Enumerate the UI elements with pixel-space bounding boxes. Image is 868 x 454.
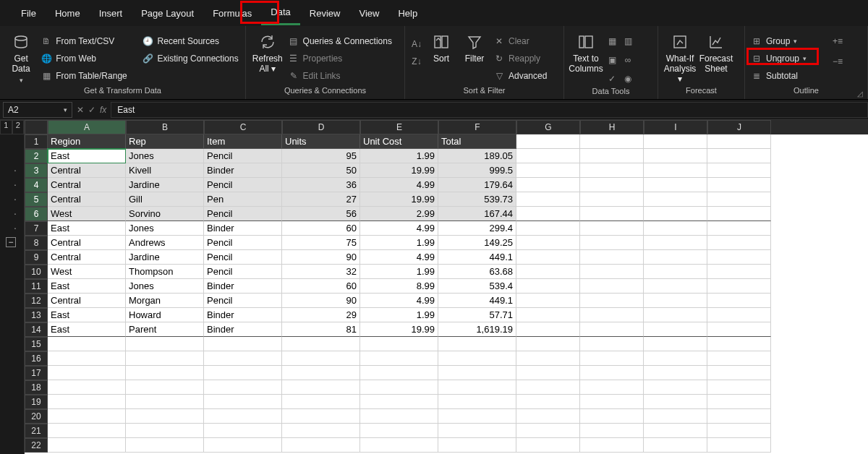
edit-links[interactable]: ✎Edit Links [288, 68, 399, 84]
cell[interactable] [516, 236, 580, 250]
cell[interactable] [282, 409, 360, 424]
cell[interactable] [580, 265, 644, 279]
cell[interactable] [707, 395, 771, 409]
cell[interactable] [360, 366, 438, 380]
cell[interactable] [48, 424, 126, 438]
cell[interactable] [516, 351, 580, 366]
col-header-F[interactable]: F [438, 120, 516, 134]
dialog-launcher-icon[interactable]: ◿ [857, 90, 863, 98]
cell[interactable]: 1,619.19 [438, 322, 516, 337]
cell[interactable] [204, 351, 282, 366]
cell[interactable] [580, 236, 644, 250]
cell[interactable] [644, 351, 707, 366]
cell[interactable] [516, 337, 580, 351]
cell[interactable]: Pencil [204, 265, 282, 279]
subtotal[interactable]: ≣Subtotal [751, 68, 823, 84]
cell[interactable]: 189.05 [438, 149, 516, 163]
cell[interactable]: Sorvino [126, 207, 204, 221]
cell[interactable]: 63.68 [438, 265, 516, 279]
cell[interactable]: Rep [126, 134, 204, 149]
cell[interactable]: 60 [282, 221, 360, 236]
cell[interactable] [707, 149, 771, 163]
col-header-D[interactable]: D [282, 120, 360, 134]
cell[interactable] [516, 409, 580, 424]
cell[interactable]: 36 [282, 178, 360, 192]
cell[interactable]: 19.99 [360, 322, 438, 337]
cell[interactable] [48, 380, 126, 395]
cell[interactable] [707, 236, 771, 250]
cell[interactable] [204, 409, 282, 424]
cell[interactable] [360, 438, 438, 453]
data-model[interactable]: ◉ [622, 71, 634, 87]
col-header-A[interactable]: A [48, 120, 126, 134]
consolidate[interactable]: ▥ [622, 33, 634, 49]
cell[interactable] [580, 409, 644, 424]
cell[interactable] [644, 322, 707, 337]
cell[interactable] [644, 250, 707, 265]
row-header[interactable]: 10 [25, 265, 48, 279]
cell[interactable] [48, 351, 126, 366]
cell[interactable]: Jardine [126, 178, 204, 192]
cell[interactable] [580, 294, 644, 308]
menu-help[interactable]: Help [388, 2, 427, 25]
cell[interactable]: Total [438, 134, 516, 149]
cell[interactable]: 1.99 [360, 308, 438, 322]
cell[interactable] [48, 409, 126, 424]
cell[interactable]: Pencil [204, 178, 282, 192]
cell[interactable] [707, 366, 771, 380]
sort-button[interactable]: Sort [427, 29, 456, 64]
cell[interactable] [126, 351, 204, 366]
cell[interactable] [707, 337, 771, 351]
cell[interactable] [707, 322, 771, 337]
existing-connections[interactable]: 🔗Existing Connections [142, 51, 239, 67]
from-table-range[interactable]: ▦From Table/Range [41, 68, 137, 84]
menu-file[interactable]: File [12, 2, 46, 25]
menu-view[interactable]: View [349, 2, 388, 25]
cell[interactable]: Central [48, 163, 126, 178]
cell[interactable] [360, 395, 438, 409]
select-all-corner[interactable] [25, 120, 48, 134]
remove-duplicates[interactable]: ▣ [606, 52, 618, 68]
cell[interactable] [644, 294, 707, 308]
cell[interactable]: Morgan [126, 294, 204, 308]
relationships[interactable]: ∞ [622, 52, 634, 68]
cell[interactable]: Thompson [126, 265, 204, 279]
cell[interactable]: Pencil [204, 207, 282, 221]
menu-page-layout[interactable]: Page Layout [132, 2, 203, 25]
cell[interactable]: 95 [282, 149, 360, 163]
menu-review[interactable]: Review [300, 2, 350, 25]
cell[interactable] [707, 279, 771, 294]
cell[interactable] [204, 424, 282, 438]
cell[interactable] [48, 366, 126, 380]
cell[interactable]: 4.99 [360, 221, 438, 236]
data-validation[interactable]: ✓ [606, 71, 618, 87]
cell[interactable]: 539.4 [438, 279, 516, 294]
cell[interactable] [126, 337, 204, 351]
reapply-filter[interactable]: ↻Reapply [493, 51, 547, 67]
row-header[interactable]: 17 [25, 366, 48, 380]
cell[interactable] [644, 337, 707, 351]
cell[interactable]: 149.25 [438, 236, 516, 250]
cell[interactable]: Region [48, 134, 126, 149]
row-header[interactable]: 13 [25, 308, 48, 322]
cell[interactable] [204, 366, 282, 380]
cell[interactable] [644, 380, 707, 395]
cell[interactable] [644, 308, 707, 322]
cell[interactable] [644, 221, 707, 236]
cell[interactable] [360, 337, 438, 351]
menu-insert[interactable]: Insert [90, 2, 132, 25]
cell[interactable] [516, 366, 580, 380]
cell[interactable] [580, 192, 644, 207]
cell[interactable] [438, 438, 516, 453]
cell[interactable] [360, 409, 438, 424]
cell[interactable]: East [48, 149, 126, 163]
fx-icon[interactable]: fx [100, 105, 106, 115]
cell[interactable]: 8.99 [360, 279, 438, 294]
cell[interactable] [644, 134, 707, 149]
from-text-csv[interactable]: 🗎From Text/CSV [41, 33, 137, 49]
outline-level-1[interactable]: 1 [0, 120, 12, 134]
cell[interactable] [126, 366, 204, 380]
cell[interactable] [580, 308, 644, 322]
row-header[interactable]: 22 [25, 438, 48, 453]
cell[interactable] [580, 250, 644, 265]
